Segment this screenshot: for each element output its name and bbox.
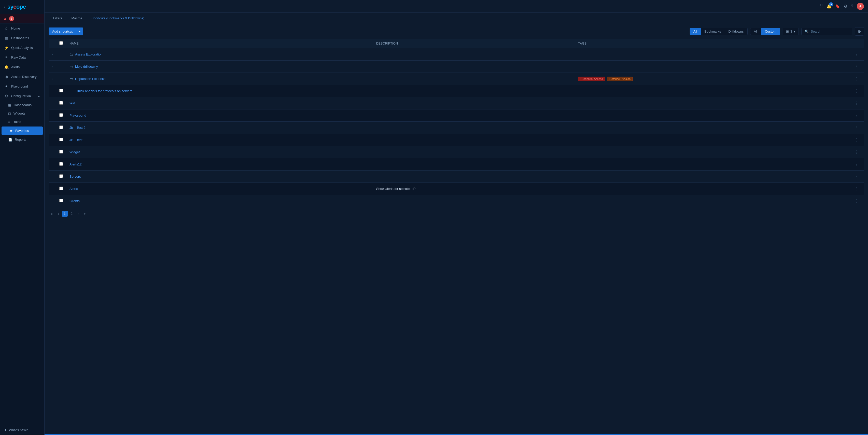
row-more-button[interactable]: ⋮ bbox=[853, 75, 861, 82]
row-name[interactable]: Quick analysis for protocols on servers bbox=[75, 89, 132, 93]
row-more-button[interactable]: ⋮ bbox=[853, 63, 861, 70]
sidebar-item-raw-data[interactable]: ≡ Raw Data bbox=[0, 53, 44, 62]
whats-new-button[interactable]: ✦ What's new? bbox=[0, 425, 44, 435]
pagination-page2-button[interactable]: 2 bbox=[69, 211, 74, 217]
row-more-button[interactable]: ⋮ bbox=[853, 88, 861, 94]
table-settings-button[interactable]: ⚙ bbox=[855, 27, 864, 36]
filter-all-button[interactable]: All bbox=[690, 28, 701, 35]
row-name[interactable]: Jb – Test 2 bbox=[69, 126, 86, 130]
row-name[interactable]: Widget bbox=[69, 150, 80, 154]
row-more-button[interactable]: ⋮ bbox=[853, 112, 861, 119]
chevron-up-icon: ▲ bbox=[38, 95, 40, 97]
expand-cell[interactable]: › bbox=[49, 49, 56, 61]
row-name[interactable]: JB – test bbox=[69, 138, 83, 142]
table-row: Playground ⋮ bbox=[49, 110, 864, 122]
sidebar-item-config-widgets[interactable]: ◻ Widgets bbox=[0, 109, 44, 118]
help-icon[interactable]: ? bbox=[851, 4, 853, 9]
row-expand-icon[interactable]: › bbox=[52, 65, 53, 68]
row-more-button[interactable]: ⋮ bbox=[853, 149, 861, 156]
expand-cell[interactable]: › bbox=[49, 73, 56, 85]
actions-cell: ⋮ bbox=[850, 134, 864, 146]
row-checkbox[interactable] bbox=[59, 125, 63, 129]
pagination-last-button[interactable]: » bbox=[82, 211, 88, 217]
expand-cell bbox=[49, 110, 56, 122]
table-row[interactable]: › 🗀 Moje drilldowny ⋮ bbox=[49, 61, 864, 73]
sidebar-item-configuration[interactable]: ⚙ Configuration ▲ bbox=[0, 91, 44, 101]
settings-icon[interactable]: ⚙ bbox=[844, 4, 847, 9]
row-more-button[interactable]: ⋮ bbox=[853, 124, 861, 131]
actions-cell: ⋮ bbox=[850, 61, 864, 73]
alert-banner[interactable]: ▲ 3 bbox=[0, 14, 44, 23]
sidebar-item-assets-discovery[interactable]: ◎ Assets Discovery bbox=[0, 72, 44, 82]
row-name[interactable]: Servers bbox=[69, 175, 81, 179]
pagination-next-button[interactable]: › bbox=[75, 211, 81, 217]
description-cell bbox=[373, 61, 575, 73]
row-checkbox[interactable] bbox=[59, 162, 63, 166]
pagination-first-button[interactable]: « bbox=[49, 211, 55, 217]
second-filter-custom-button[interactable]: Custom bbox=[761, 28, 780, 35]
add-shortcut-button[interactable]: Add shourtcut bbox=[49, 28, 76, 35]
row-name[interactable]: Alerts12 bbox=[69, 162, 82, 166]
row-name[interactable]: Assets Exploration bbox=[75, 53, 102, 56]
notification-icon[interactable]: 🔔 5 bbox=[827, 4, 832, 9]
filter-drilldowns-button[interactable]: Drilldowns bbox=[725, 28, 747, 35]
row-checkbox[interactable] bbox=[59, 150, 63, 154]
pagination-page1-button[interactable]: 1 bbox=[62, 211, 68, 217]
row-more-button[interactable]: ⋮ bbox=[853, 197, 861, 205]
sidebar-item-home[interactable]: ⌂ Home bbox=[0, 23, 44, 33]
sidebar-item-config-dashboards[interactable]: ▦ Dashboards bbox=[0, 101, 44, 109]
row-name[interactable]: Alerts bbox=[69, 187, 78, 191]
bookmark-icon[interactable]: 🔖 bbox=[835, 4, 840, 9]
favorites-icon: ★ bbox=[10, 129, 13, 133]
row-checkbox[interactable] bbox=[59, 89, 63, 92]
row-name[interactable]: Clients bbox=[69, 199, 80, 203]
row-more-button[interactable]: ⋮ bbox=[853, 185, 861, 192]
grid-icon[interactable]: ⠿ bbox=[820, 4, 823, 9]
row-more-button[interactable]: ⋮ bbox=[853, 100, 861, 107]
expand-cell[interactable]: › bbox=[49, 61, 56, 73]
collapse-sidebar-icon[interactable]: ‹ bbox=[4, 5, 5, 9]
row-name[interactable]: test bbox=[69, 101, 75, 105]
tab-shortcuts[interactable]: Shortcuts (Bookmarks & Drilldowns) bbox=[87, 13, 149, 24]
add-shortcut-dropdown-button[interactable]: ▾ bbox=[76, 28, 83, 35]
row-more-button[interactable]: ⋮ bbox=[853, 161, 861, 168]
sidebar-item-reports[interactable]: 📄 Reports bbox=[0, 135, 44, 144]
filter-group-2: All Custom bbox=[750, 28, 780, 35]
table-row[interactable]: › 🗀 Reputation Ext Links Credential Acce… bbox=[49, 73, 864, 85]
tab-macros[interactable]: Macros bbox=[67, 13, 87, 24]
row-checkbox[interactable] bbox=[59, 113, 63, 117]
row-expand-icon[interactable]: › bbox=[52, 53, 53, 56]
description-cell: Show alerts for selected IP bbox=[373, 183, 575, 195]
row-checkbox[interactable] bbox=[59, 187, 63, 190]
user-avatar[interactable]: A bbox=[857, 3, 864, 10]
second-filter-all-button[interactable]: All bbox=[750, 28, 761, 35]
expand-cell bbox=[49, 134, 56, 146]
sidebar-item-playground[interactable]: ✦ Playground bbox=[0, 82, 44, 91]
row-checkbox[interactable] bbox=[59, 138, 63, 141]
sidebar-item-quick-analysis[interactable]: ⚡ Quick Analysis bbox=[0, 43, 44, 53]
filter-bookmarks-button[interactable]: Bookmarks bbox=[701, 28, 725, 35]
row-name[interactable]: Moje drilldowny bbox=[75, 65, 98, 68]
sidebar-item-favorites[interactable]: ★ Favorites bbox=[2, 126, 43, 135]
expand-cell bbox=[49, 195, 56, 207]
row-checkbox[interactable] bbox=[59, 199, 63, 203]
row-checkbox[interactable] bbox=[59, 174, 63, 178]
pagination-prev-button[interactable]: ‹ bbox=[56, 211, 61, 217]
row-more-button[interactable]: ⋮ bbox=[853, 136, 861, 143]
row-more-button[interactable]: ⋮ bbox=[853, 173, 861, 180]
column-selector[interactable]: ⊞ 3 ▾ bbox=[783, 28, 799, 35]
sidebar-item-alerts[interactable]: 🔔 Alerts bbox=[0, 62, 44, 72]
home-icon: ⌂ bbox=[4, 26, 9, 30]
search-input[interactable] bbox=[811, 30, 849, 33]
row-more-button[interactable]: ⋮ bbox=[853, 51, 861, 58]
sidebar-item-dashboards[interactable]: ▦ Dashboards bbox=[0, 33, 44, 43]
sidebar-item-config-rules[interactable]: ≡ Rules bbox=[0, 118, 44, 126]
table-row[interactable]: › 🗀 Assets Exploration ⋮ bbox=[49, 49, 864, 61]
row-name[interactable]: Reputation Ext Links bbox=[75, 77, 105, 81]
row-checkbox[interactable] bbox=[59, 101, 63, 104]
tab-filters[interactable]: Filters bbox=[49, 13, 67, 24]
alert-triangle-icon: ▲ bbox=[3, 16, 7, 21]
select-all-checkbox[interactable] bbox=[59, 41, 63, 45]
row-expand-icon[interactable]: › bbox=[52, 77, 53, 81]
row-name[interactable]: Playground bbox=[69, 114, 86, 117]
